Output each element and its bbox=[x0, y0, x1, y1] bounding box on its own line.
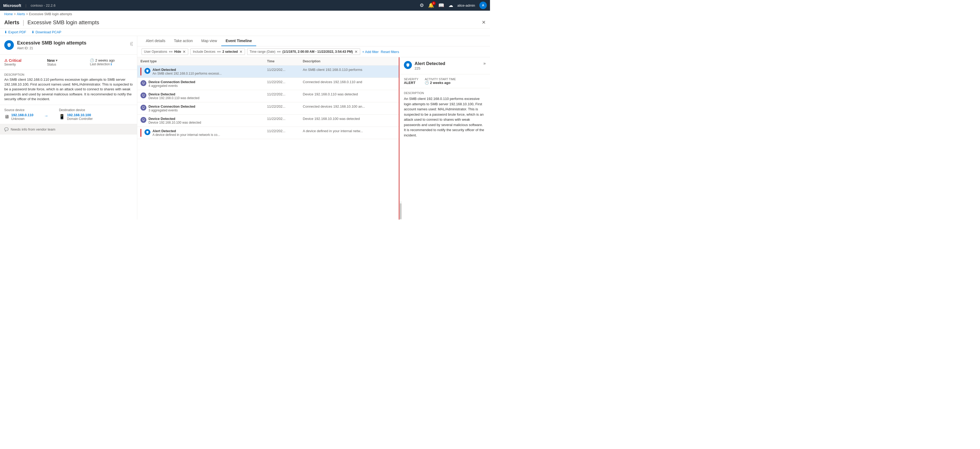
tabs-bar: Alert details Take action Map view Event… bbox=[137, 36, 490, 46]
detail-meta: Severity ALERT Activity start time 🕐 2 w… bbox=[399, 75, 490, 88]
download-pcap-link[interactable]: ⬇ Download PCAP bbox=[32, 30, 61, 34]
detail-time: Activity start time 🕐 2 weeks ago bbox=[425, 78, 456, 85]
table-row[interactable]: Alert DetectedAn SMB client 192.168.0.11… bbox=[137, 65, 399, 78]
detail-time-sublabel: Activity start time bbox=[425, 78, 456, 81]
critical-icon: ⚠ bbox=[4, 58, 8, 63]
instance-name: contoso - 22.2.6 bbox=[31, 3, 56, 8]
tab-event-timeline[interactable]: Event Timeline bbox=[221, 36, 256, 46]
devices-section: Source device 🖥 192.168.0.110 Unknown → … bbox=[0, 105, 137, 124]
status-chevron-icon[interactable]: ▾ bbox=[56, 59, 57, 62]
filter-key-devices: Include Devices bbox=[193, 50, 215, 54]
download-pcap-label: Download PCAP bbox=[35, 30, 61, 34]
detail-severity-sublabel: Severity bbox=[404, 78, 418, 81]
filter-chip-timerange: Time range (Date) == (1/1/1970, 2:00:00 … bbox=[247, 49, 360, 55]
main-content: ! Excessive SMB login attempts Alert ID:… bbox=[0, 36, 490, 220]
info-icon: ℹ bbox=[111, 62, 112, 66]
source-device-row: 🖥 192.168.0.110 Unknown bbox=[4, 113, 33, 121]
event-sub: 4 aggregated events bbox=[148, 84, 196, 88]
col-description: Description bbox=[300, 57, 399, 65]
event-time: 11/22/202... bbox=[264, 90, 300, 102]
left-panel: ! Excessive SMB login attempts Alert ID:… bbox=[0, 36, 137, 220]
event-type-cell: Device Connection Detected4 aggregated e… bbox=[140, 80, 261, 88]
source-device-label: Source device bbox=[4, 108, 33, 112]
expand-detail-button[interactable]: » bbox=[483, 61, 486, 66]
table-row[interactable]: Device DetectedDevice 192.168.0.110 was … bbox=[137, 90, 399, 102]
detail-panel: Alert Detected 225 » Severity ALERT Acti… bbox=[399, 57, 490, 220]
last-detection-label: Last detection ℹ bbox=[90, 62, 133, 66]
detail-count: 225 bbox=[415, 67, 480, 70]
detail-scrollbar[interactable] bbox=[399, 201, 402, 220]
svg-rect-4 bbox=[142, 94, 145, 96]
status-meta: New ▾ Status bbox=[47, 58, 90, 67]
event-name: Device Detected bbox=[148, 117, 201, 121]
event-description: An SMB client 192.168.0.110 performs bbox=[300, 65, 399, 78]
severity-label: Severity bbox=[4, 63, 47, 67]
device-icon bbox=[140, 105, 146, 111]
event-table-header: Event type Time Description bbox=[137, 57, 399, 65]
table-row[interactable]: Device DetectedDevice 192.168.10.100 was… bbox=[137, 114, 399, 127]
download-pcap-icon: ⬇ bbox=[32, 30, 34, 34]
cloud-icon[interactable]: ☁ bbox=[449, 2, 453, 8]
event-description: A device defined in your internal netw..… bbox=[300, 127, 399, 139]
filter-op-user-ops: == bbox=[169, 50, 172, 54]
severity-value: ⚠ Critical bbox=[4, 58, 47, 63]
breadcrumb-current: Excessive SMB login attempts bbox=[29, 12, 72, 16]
severity-meta: ⚠ Critical Severity bbox=[4, 58, 47, 67]
notifications-icon[interactable]: 🔔 0 bbox=[428, 2, 434, 8]
svg-rect-7 bbox=[142, 106, 145, 108]
event-type-cell: Device DetectedDevice 192.168.0.110 was … bbox=[140, 92, 261, 100]
table-row[interactable]: Alert DetectedA device defined in your i… bbox=[137, 127, 399, 139]
filter-key-timerange: Time range (Date) bbox=[250, 50, 275, 54]
settings-icon[interactable]: ⚙ bbox=[420, 2, 424, 8]
notification-badge: 0 bbox=[432, 2, 436, 5]
alert-id: Alert ID: 21 bbox=[17, 46, 127, 50]
book-icon[interactable]: 📖 bbox=[438, 2, 444, 8]
last-detection-meta: 🕐 2 weeks ago Last detection ℹ bbox=[90, 58, 133, 67]
filter-val-timerange: (1/1/1970, 2:00:00 AM - 11/22/2022, 3:54… bbox=[282, 50, 353, 54]
filter-chip-devices: Include Devices == 2 selected ✕ bbox=[190, 49, 245, 55]
event-type-cell: Alert DetectedAn SMB client 192.168.0.11… bbox=[140, 68, 261, 75]
event-time: 11/22/202... bbox=[264, 114, 300, 127]
remove-filter-timerange[interactable]: ✕ bbox=[355, 49, 358, 54]
avatar[interactable]: A bbox=[479, 2, 487, 9]
detail-title-block: Alert Detected 225 bbox=[415, 61, 480, 70]
action-bar: ⬇ Export PDF ⬇ Download PCAP bbox=[0, 29, 490, 36]
arrow-right-icon: → bbox=[44, 114, 48, 118]
export-pdf-icon: ⬇ bbox=[4, 30, 7, 34]
event-table: Event type Time Description Alert Detect… bbox=[137, 57, 399, 139]
table-row[interactable]: Device Connection Detected3 aggregated e… bbox=[137, 102, 399, 114]
reset-filters-button[interactable]: Reset filters bbox=[381, 50, 399, 54]
remove-filter-devices[interactable]: ✕ bbox=[239, 49, 243, 54]
alert-icon bbox=[145, 68, 150, 74]
event-name: Device Detected bbox=[148, 92, 199, 96]
tab-take-action[interactable]: Take action bbox=[170, 36, 197, 46]
tab-alert-details[interactable]: Alert details bbox=[142, 36, 170, 46]
svg-rect-1 bbox=[142, 82, 145, 84]
filter-op-timerange: == bbox=[277, 50, 281, 54]
event-sub: Device 192.168.10.100 was detected bbox=[148, 121, 201, 124]
right-panel: Alert details Take action Map view Event… bbox=[137, 36, 490, 220]
svg-text:!: ! bbox=[9, 44, 10, 47]
page-title: Alerts bbox=[4, 19, 19, 25]
close-button[interactable]: ✕ bbox=[482, 19, 486, 25]
dest-device-ip[interactable]: 192.168.10.100 bbox=[67, 113, 93, 117]
collapse-button[interactable]: 〈〈 bbox=[130, 41, 133, 46]
remove-filter-user-ops[interactable]: ✕ bbox=[183, 49, 186, 54]
table-row[interactable]: Device Connection Detected4 aggregated e… bbox=[137, 78, 399, 90]
event-table-body: Alert DetectedAn SMB client 192.168.0.11… bbox=[137, 65, 399, 139]
breadcrumb-home[interactable]: Home bbox=[4, 12, 13, 16]
event-name: Alert Detected bbox=[153, 68, 221, 72]
username-label: alice-admin bbox=[458, 3, 475, 8]
source-device-ip[interactable]: 192.168.0.110 bbox=[11, 113, 33, 117]
alert-icon bbox=[145, 129, 150, 135]
add-filter-button[interactable]: + Add filter bbox=[362, 50, 379, 54]
comment-section[interactable]: 💬 Needs info from vendor team bbox=[0, 124, 137, 135]
export-pdf-link[interactable]: ⬇ Export PDF bbox=[4, 30, 26, 34]
col-time: Time bbox=[264, 57, 300, 65]
breadcrumb-alerts[interactable]: Alerts bbox=[17, 12, 25, 16]
event-type-cell: Device DetectedDevice 192.168.10.100 was… bbox=[140, 117, 261, 124]
detail-desc-label: Description bbox=[404, 91, 486, 95]
tab-map-view[interactable]: Map view bbox=[197, 36, 221, 46]
event-name: Device Connection Detected bbox=[148, 80, 196, 84]
nav-icons: ⚙ 🔔 0 📖 ☁ alice-admin A bbox=[420, 2, 487, 9]
